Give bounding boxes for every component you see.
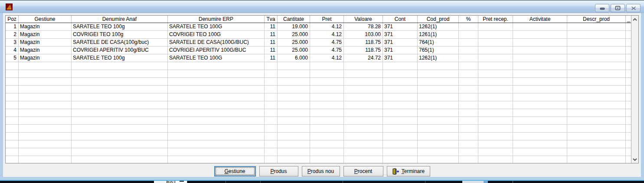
cell-descr_prod[interactable] (567, 39, 626, 46)
cell-cantitate (278, 148, 310, 156)
cell-valoare (344, 140, 383, 148)
cell-denumire_erp (168, 156, 265, 163)
cell-denumire_anaf[interactable]: SARATELE TEO 100g (72, 23, 168, 30)
cell-denumire_erp[interactable]: COVRIGEI APERITIV 100G/BUC (168, 47, 265, 54)
cell-cod_prod[interactable]: 764(1) (418, 39, 459, 46)
cell-denumire_anaf[interactable]: COVRIGEI TEO 100g (72, 31, 168, 38)
close-button[interactable] (626, 4, 641, 12)
cell-valoare[interactable]: 24.72 (344, 54, 383, 62)
cell-pct[interactable] (459, 31, 478, 38)
cell-cantitate[interactable]: 25.000 (278, 39, 310, 46)
cell-cod_prod[interactable]: 1262(1) (418, 23, 459, 30)
cell-pct[interactable] (459, 23, 478, 30)
button-gestiune[interactable]: Gestiune (214, 166, 256, 176)
cell-pret[interactable]: 4.75 (310, 39, 344, 46)
table-row[interactable]: 3MagazinSARATELE DE CASA(100g/buc)SARATE… (6, 39, 631, 47)
cell-cantitate[interactable]: 25.000 (278, 31, 310, 38)
cell-cont[interactable]: 371 (383, 39, 418, 46)
table-row[interactable]: 1MagazinSARATELE TEO 100gSARATELE TEO 10… (6, 23, 631, 31)
vertical-scrollbar[interactable] (631, 16, 638, 163)
cell-valoare[interactable]: 118.75 (344, 39, 383, 46)
cell-tva[interactable]: 11 (265, 39, 278, 46)
cell-pret[interactable]: 4.12 (310, 23, 344, 30)
scroll-up-button[interactable] (631, 16, 638, 23)
cell-descr_prod[interactable] (567, 23, 626, 30)
cell-denumire_erp (168, 62, 265, 70)
button-produs-nou[interactable]: Produs nou (302, 166, 340, 176)
button-procent[interactable]: Procent (343, 166, 383, 176)
cell-pret_recep[interactable] (478, 23, 513, 30)
cell-pret[interactable]: 4.12 (310, 31, 344, 38)
cell-pret_recep[interactable] (478, 54, 513, 62)
cell-pret_recep[interactable] (478, 47, 513, 54)
cell-gestiune[interactable]: Magazin (19, 47, 72, 54)
cell-valoare[interactable]: 118.75 (344, 47, 383, 54)
table-row[interactable]: 2MagazinCOVRIGEI TEO 100gCOVRIGEI TEO 10… (6, 31, 631, 39)
title-bar[interactable] (0, 0, 644, 13)
cell-poz[interactable]: 3 (6, 39, 19, 46)
cell-descr_prod[interactable] (567, 47, 626, 54)
cell-denumire_anaf[interactable]: COVRIGEI APERITIV 100g/BUC (72, 47, 168, 54)
cell-tva[interactable]: 11 (265, 23, 278, 30)
table-row[interactable]: 4MagazinCOVRIGEI APERITIV 100g/BUCCOVRIG… (6, 47, 631, 54)
cell-pret_recep[interactable] (478, 31, 513, 38)
cell-denumire_erp (168, 133, 265, 140)
cell-cod_prod[interactable]: 1261(1) (418, 31, 459, 38)
maximize-button[interactable] (611, 4, 625, 12)
cell-cont (383, 148, 418, 156)
cell-gestiune[interactable]: Magazin (19, 23, 72, 30)
cell-pret[interactable]: 4.12 (310, 54, 344, 62)
chevron-down-icon (633, 158, 637, 161)
cell-activitate[interactable] (513, 31, 567, 38)
cell-activitate[interactable] (513, 47, 567, 54)
cell-cantitate[interactable]: 19.000 (278, 23, 310, 30)
cell-tva[interactable]: 11 (265, 47, 278, 54)
cell-pct[interactable] (459, 39, 478, 46)
cell-gestiune[interactable]: Magazin (19, 31, 72, 38)
scrollbar-track[interactable] (631, 23, 638, 156)
minimize-button[interactable] (595, 4, 609, 12)
cell-tva[interactable]: 11 (265, 54, 278, 62)
cell-cantitate[interactable]: 6.000 (278, 54, 310, 62)
cell-pct[interactable] (459, 47, 478, 54)
cell-pret[interactable]: 4.75 (310, 47, 344, 54)
cell-valoare[interactable]: 78.28 (344, 23, 383, 30)
cell-poz[interactable]: 4 (6, 47, 19, 54)
cell-poz (6, 156, 19, 163)
cell-denumire_erp[interactable]: SARATELE TEO 100G (168, 54, 265, 62)
cell-cont[interactable]: 371 (383, 47, 418, 54)
cell-descr_prod[interactable] (567, 31, 626, 38)
cell-cont[interactable]: 371 (383, 23, 418, 30)
app-icon[interactable] (6, 3, 13, 10)
table-row[interactable]: 5MagazinSARATELE TEO 100gSARATELE TEO 10… (6, 54, 631, 62)
cell-valoare[interactable]: 103.00 (344, 31, 383, 38)
cell-tva[interactable]: 11 (265, 31, 278, 38)
cell-cod_prod[interactable]: 765(1) (418, 47, 459, 54)
cell-cont[interactable]: 371 (383, 54, 418, 62)
cell-denumire_erp[interactable]: SARATELE TEO 100G (168, 23, 265, 30)
cell-gestiune[interactable]: Magazin (19, 39, 72, 46)
cell-pct[interactable] (459, 54, 478, 62)
cell-gestiune[interactable]: Magazin (19, 54, 72, 62)
button-produs[interactable]: Produs (259, 166, 298, 176)
cell-activitate[interactable] (513, 23, 567, 30)
cell-poz[interactable]: 1 (6, 23, 19, 30)
cell-denumire_erp[interactable]: SARATELE DE CASA(100G/BUC) (168, 39, 265, 46)
cell-denumire_anaf[interactable]: SARATELE DE CASA(100g/buc) (72, 39, 168, 46)
cell-activitate[interactable] (513, 39, 567, 46)
cell-overflow (626, 70, 631, 77)
cell-pret_recep (478, 148, 513, 156)
cell-cod_prod[interactable]: 1262(1) (418, 54, 459, 62)
cell-activitate[interactable] (513, 54, 567, 62)
cell-denumire_anaf[interactable]: SARATELE TEO 100g (72, 54, 168, 62)
cell-cantitate[interactable]: 25.000 (278, 47, 310, 54)
cell-tva (265, 125, 278, 132)
cell-poz[interactable]: 5 (6, 54, 19, 62)
button-terminare[interactable]: Terminare (387, 166, 430, 176)
scroll-down-button[interactable] (631, 156, 638, 163)
cell-pret_recep[interactable] (478, 39, 513, 46)
cell-cont[interactable]: 371 (383, 31, 418, 38)
cell-poz[interactable]: 2 (6, 31, 19, 38)
cell-denumire_erp[interactable]: COVRIGEI TEO 100G (168, 31, 265, 38)
cell-descr_prod[interactable] (567, 54, 626, 62)
